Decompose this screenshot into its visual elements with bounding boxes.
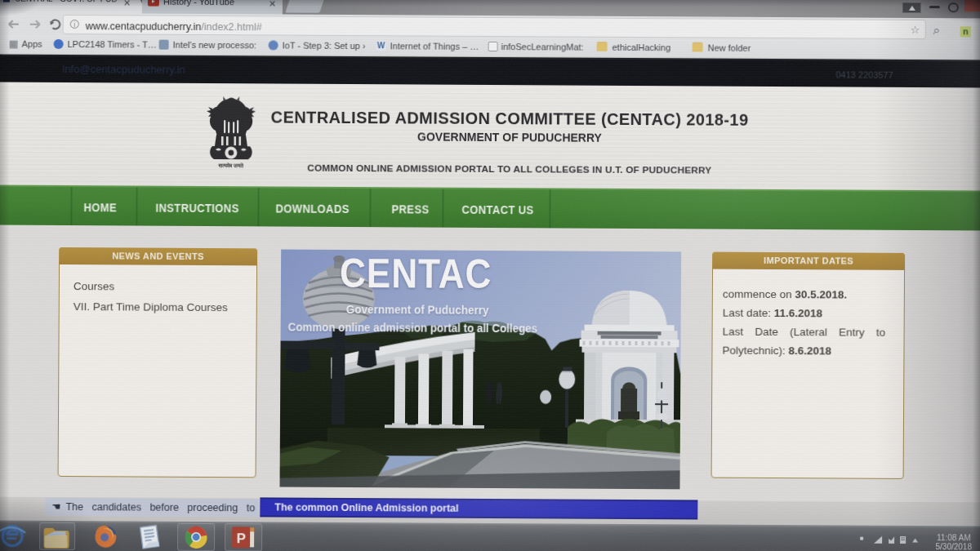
svg-text:P: P [237, 531, 246, 546]
